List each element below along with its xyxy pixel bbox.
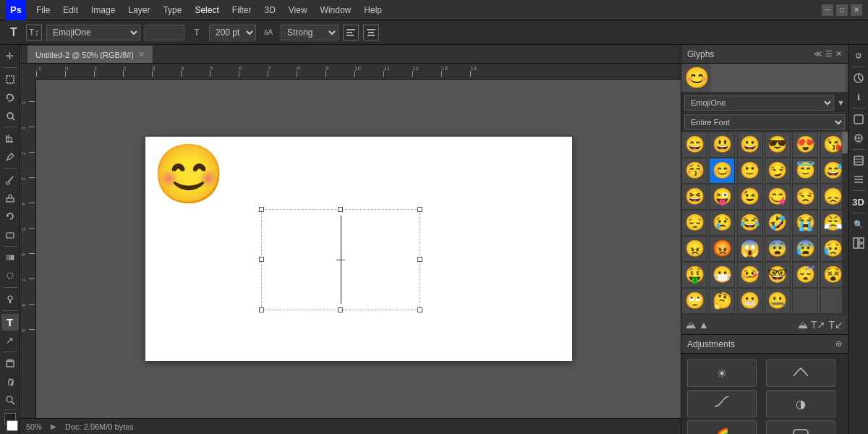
glyph-cell[interactable] (792, 288, 818, 314)
antialiasing-dropdown[interactable]: Strong (281, 25, 339, 41)
panel-collapse-left[interactable]: ≪ (814, 49, 822, 59)
adj-panel-icon[interactable]: ⊕ (835, 339, 842, 349)
close-tab-button[interactable]: ✕ (138, 50, 145, 59)
glyph-cell[interactable]: 😀 (737, 132, 763, 158)
glyph-cell[interactable]: 🤑 (681, 262, 707, 288)
glyph-cell[interactable]: 😎 (765, 132, 791, 158)
handle-bottom-right[interactable] (417, 307, 422, 312)
gradient-tool[interactable] (1, 250, 19, 266)
glyph-cell[interactable]: 😂 (737, 210, 763, 236)
menu-window[interactable]: Window (315, 4, 357, 17)
menu-file[interactable]: File (30, 4, 56, 17)
shape-tool[interactable] (1, 355, 19, 372)
blur-tool[interactable] (1, 268, 19, 284)
history-btn[interactable] (851, 153, 867, 169)
glyph-cell[interactable]: 😷 (709, 262, 735, 288)
brush-tool[interactable] (1, 171, 19, 188)
search-btn[interactable]: 🔍 (851, 216, 867, 232)
menu-select[interactable]: Select (189, 4, 224, 17)
glyph-cell[interactable]: 😒 (792, 184, 818, 210)
adjustments-icon-btn[interactable] (851, 70, 867, 86)
handle-mid-left[interactable] (259, 257, 264, 262)
minimize-button[interactable]: ─ (822, 4, 833, 16)
text-tool[interactable]: T (1, 314, 19, 331)
glyph-cell[interactable]: 😚 (681, 158, 707, 184)
glyph-cell[interactable]: 😉 (737, 184, 763, 210)
menu-help[interactable]: Help (358, 4, 388, 17)
glyph-cell[interactable]: 😢 (709, 210, 735, 236)
status-arrow[interactable]: ▶ (51, 422, 56, 430)
hue-saturation-btn[interactable] (766, 420, 835, 434)
panel-close[interactable]: ✕ (835, 49, 842, 59)
glyph-cell[interactable]: 😠 (681, 236, 707, 262)
color-picker-btn[interactable] (851, 111, 867, 127)
glyph-cell[interactable]: 😃 (709, 132, 735, 158)
stamp-tool[interactable] (1, 190, 19, 206)
canvas-content[interactable]: 😊 (36, 80, 681, 418)
glyph-cell[interactable]: 😨 (765, 236, 791, 262)
glyph-cell[interactable]: 😴 (792, 262, 818, 288)
glyph-cell[interactable]: 😆 (681, 184, 707, 210)
handle-top-left[interactable] (259, 207, 264, 212)
glyphs-font-dropdown[interactable]: EmojiOne (684, 95, 834, 111)
handle-mid-right[interactable] (417, 257, 422, 262)
glyph-cell[interactable]: 🤓 (765, 262, 791, 288)
3d-label-btn[interactable]: 3D (851, 194, 867, 210)
handle-bottom-mid[interactable] (338, 307, 343, 312)
glyphs-add-glyph-icon[interactable]: T↗ (811, 319, 826, 331)
lasso-tool[interactable] (1, 89, 19, 106)
glyph-cell[interactable]: 🙄 (681, 288, 707, 314)
info-btn[interactable]: ℹ (851, 89, 867, 105)
move-tool[interactable]: ✛ (1, 48, 19, 64)
curves-btn[interactable] (687, 390, 757, 417)
eraser-tool[interactable] (1, 226, 19, 243)
close-button[interactable]: ✕ (851, 4, 862, 16)
vibrance-btn[interactable]: 🌈 (687, 420, 757, 434)
glyph-cell[interactable]: 🤣 (765, 210, 791, 236)
glyph-cell[interactable]: 😏 (765, 158, 791, 184)
glyphs-scale-icon[interactable]: T↙ (828, 319, 843, 331)
menu-3d[interactable]: 3D (258, 4, 281, 17)
quick-select-tool[interactable] (1, 107, 19, 124)
direct-select-tool[interactable]: ↗ (1, 332, 19, 349)
glyph-cell[interactable]: 😡 (709, 236, 735, 262)
glyph-cell[interactable]: 🤔 (709, 288, 735, 314)
text-tool-icon[interactable]: T (6, 25, 22, 41)
history-brush-tool[interactable] (1, 208, 19, 225)
glyph-cell[interactable]: 😔 (681, 210, 707, 236)
glyphs-font-arrow[interactable]: ▼ (837, 98, 845, 107)
dodge-tool[interactable] (1, 291, 19, 307)
glyph-cell[interactable]: 😬 (737, 288, 763, 314)
crop-tool[interactable] (1, 130, 19, 147)
navigator-btn[interactable] (851, 130, 867, 146)
canvas-scroll-area[interactable]: -2-101234567891011121314 -10123456789 😊 (20, 64, 681, 418)
glyphs-scrollthumb[interactable] (842, 132, 848, 153)
glyph-cell[interactable]: 😍 (792, 132, 818, 158)
glyphs-mountain2-icon[interactable]: ⛰ (798, 319, 808, 331)
layers-btn[interactable] (851, 171, 867, 187)
menu-edit[interactable]: Edit (57, 4, 84, 17)
font-family-dropdown[interactable]: EmojiOne (46, 25, 140, 41)
eyedropper-tool[interactable] (1, 148, 19, 165)
handle-top-mid[interactable] (338, 207, 343, 212)
glyphs-mountain-icon[interactable]: ⛰ (686, 319, 696, 331)
menu-image[interactable]: Image (85, 4, 121, 17)
tool-presets-btn[interactable]: ⚙ (851, 48, 867, 64)
menu-type[interactable]: Type (157, 4, 187, 17)
background-color[interactable] (7, 420, 18, 431)
brightness-contrast-btn[interactable]: ☀ (687, 359, 757, 387)
glyph-cell[interactable]: 😋 (765, 184, 791, 210)
exposure-btn[interactable]: ◑ (766, 390, 835, 417)
layout-btn[interactable] (851, 235, 867, 251)
glyph-cell[interactable]: 😰 (792, 236, 818, 262)
font-size-dropdown[interactable]: 200 pt (209, 25, 256, 41)
menu-filter[interactable]: Filter (226, 4, 258, 17)
align-left-icon[interactable] (343, 25, 359, 41)
glyph-cell[interactable]: 😇 (792, 158, 818, 184)
glyph-cell[interactable]: 😜 (709, 184, 735, 210)
text-orientation-icon[interactable]: T↕ (26, 25, 42, 41)
glyph-cell[interactable]: 😄 (681, 132, 707, 158)
menu-view[interactable]: View (283, 4, 313, 17)
hand-tool[interactable] (1, 373, 19, 390)
maximize-button[interactable]: □ (836, 4, 848, 16)
